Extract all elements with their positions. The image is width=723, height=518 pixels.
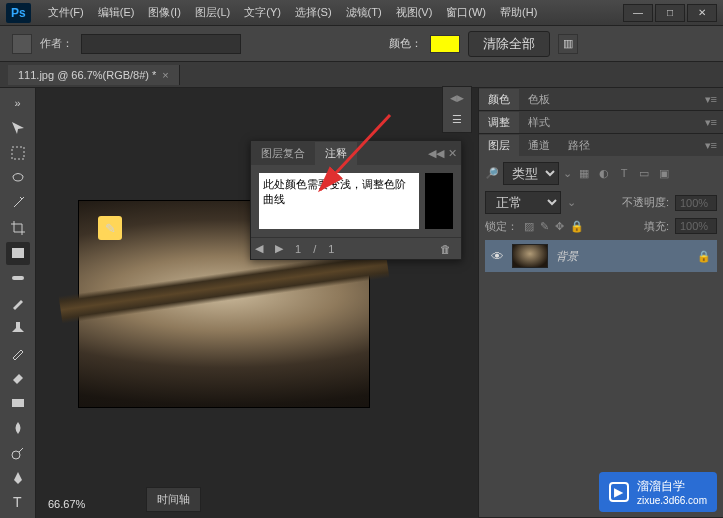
tab-notes[interactable]: 注释 — [315, 142, 357, 165]
tab-adjustments[interactable]: 调整 — [479, 112, 519, 133]
expand-icon[interactable]: » — [6, 92, 30, 115]
fill-value[interactable]: 100% — [675, 218, 717, 234]
marquee-tool[interactable] — [6, 142, 30, 165]
filter-kind-select[interactable]: 类型 — [503, 162, 559, 185]
panel-icon[interactable]: ☰ — [452, 113, 462, 126]
zoom-label[interactable]: 66.67% — [48, 498, 85, 510]
filter-text-icon[interactable]: T — [616, 167, 632, 180]
menu-window[interactable]: 窗口(W) — [439, 1, 493, 24]
pen-tool[interactable] — [6, 466, 30, 489]
adjustments-panel: 调整 样式 ▾≡ — [479, 111, 723, 134]
menu-image[interactable]: 图像(I) — [141, 1, 187, 24]
collapse-icon[interactable]: ◀◀ — [428, 147, 444, 160]
panel-menu-icon[interactable]: ▾≡ — [699, 93, 723, 106]
note-textarea[interactable]: 此处颜色需要变浅，调整色阶曲线 — [259, 173, 419, 229]
menu-file[interactable]: 文件(F) — [41, 1, 91, 24]
text-tool[interactable]: T — [6, 491, 30, 514]
layer-name[interactable]: 背景 — [556, 249, 689, 264]
tab-close-icon[interactable]: × — [162, 69, 168, 81]
gradient-tool[interactable] — [6, 391, 30, 414]
author-input[interactable] — [81, 34, 241, 54]
play-icon: ▶ — [609, 482, 629, 502]
minimize-button[interactable]: — — [623, 4, 653, 22]
close-icon[interactable]: ✕ — [448, 147, 457, 160]
history-brush-tool[interactable] — [6, 341, 30, 364]
svg-rect-3 — [12, 399, 24, 407]
timeline-tab[interactable]: 时间轴 — [146, 487, 201, 512]
tab-channels[interactable]: 通道 — [519, 135, 559, 156]
image-content — [59, 250, 390, 324]
right-panels: 颜色 色板 ▾≡ 调整 样式 ▾≡ 图层 通道 路径 ▾≡ 🔎 类型 — [478, 88, 723, 518]
notes-panel: 图层复合 注释 ◀◀ ✕ 此处颜色需要变浅，调整色阶曲线 ◀ ▶ 1 / 1 🗑 — [250, 140, 462, 260]
clear-all-button[interactable]: 清除全部 — [468, 31, 550, 57]
panel-menu-icon[interactable]: ▾≡ — [699, 139, 723, 152]
blur-tool[interactable] — [6, 416, 30, 439]
lock-position-icon[interactable]: ✥ — [555, 220, 564, 233]
tab-styles[interactable]: 样式 — [519, 112, 559, 133]
menu-select[interactable]: 选择(S) — [288, 1, 339, 24]
tab-layers[interactable]: 图层 — [479, 135, 519, 156]
tab-swatches[interactable]: 色板 — [519, 89, 559, 110]
prev-note-icon[interactable]: ◀ — [255, 242, 263, 255]
stamp-tool[interactable] — [6, 316, 30, 339]
window-controls: — □ ✕ — [623, 4, 717, 22]
move-tool[interactable] — [6, 117, 30, 140]
delete-note-icon[interactable]: 🗑 — [440, 243, 457, 255]
menu-type[interactable]: 文字(Y) — [237, 1, 288, 24]
menu-view[interactable]: 视图(V) — [389, 1, 440, 24]
layer-thumbnail[interactable] — [512, 244, 548, 268]
document-tab[interactable]: 111.jpg @ 66.7%(RGB/8#) * × — [8, 65, 180, 85]
maximize-button[interactable]: □ — [655, 4, 685, 22]
lock-indicator-icon: 🔒 — [697, 250, 711, 263]
color-swatch[interactable] — [430, 35, 460, 53]
layer-item[interactable]: 👁 背景 🔒 — [485, 240, 717, 272]
menu-filter[interactable]: 滤镜(T) — [339, 1, 389, 24]
filter-shape-icon[interactable]: ▭ — [636, 167, 652, 180]
tab-paths[interactable]: 路径 — [559, 135, 599, 156]
note-page-total: 1 — [328, 243, 334, 255]
menu-layer[interactable]: 图层(L) — [188, 1, 237, 24]
author-label: 作者： — [40, 36, 73, 51]
menu-help[interactable]: 帮助(H) — [493, 1, 544, 24]
note-marker-icon[interactable]: ✎ — [98, 216, 122, 240]
tab-color[interactable]: 颜色 — [479, 89, 519, 110]
lock-transparency-icon[interactable]: ▨ — [524, 220, 534, 233]
filter-smart-icon[interactable]: ▣ — [656, 167, 672, 180]
lasso-tool[interactable] — [6, 167, 30, 190]
eraser-tool[interactable] — [6, 366, 30, 389]
lock-pixels-icon[interactable]: ✎ — [540, 220, 549, 233]
menu-edit[interactable]: 编辑(E) — [91, 1, 142, 24]
visibility-icon[interactable]: 👁 — [491, 249, 504, 264]
next-note-icon[interactable]: ▶ — [275, 242, 283, 255]
toolbox: » T — [0, 88, 36, 518]
document-tabs: 111.jpg @ 66.7%(RGB/8#) * × — [0, 62, 723, 88]
color-label: 颜色： — [389, 36, 422, 51]
lock-all-icon[interactable]: 🔒 — [570, 220, 584, 233]
wand-tool[interactable] — [6, 192, 30, 215]
panel-toggle-icon[interactable]: ▥ — [558, 34, 578, 54]
search-icon[interactable]: 🔎 — [485, 167, 499, 180]
dodge-tool[interactable] — [6, 441, 30, 464]
options-bar: 作者： 颜色： 清除全部 ▥ — [0, 26, 723, 62]
svg-text:T: T — [13, 494, 22, 510]
heal-tool[interactable] — [6, 267, 30, 290]
note-tool[interactable] — [6, 242, 30, 265]
collapse-icon[interactable]: ◀▶ — [450, 93, 464, 103]
close-button[interactable]: ✕ — [687, 4, 717, 22]
dropdown-icon[interactable]: ⌄ — [563, 167, 572, 180]
opacity-value[interactable]: 100% — [675, 195, 717, 211]
svg-rect-0 — [12, 147, 24, 159]
brush-tool[interactable] — [6, 292, 30, 315]
document-tab-title: 111.jpg @ 66.7%(RGB/8#) * — [18, 69, 156, 81]
watermark-url: zixue.3d66.com — [637, 495, 707, 506]
filter-pixel-icon[interactable]: ▦ — [576, 167, 592, 180]
panel-menu-icon[interactable]: ▾≡ — [699, 116, 723, 129]
tab-layer-comps[interactable]: 图层复合 — [251, 142, 315, 165]
filter-adjust-icon[interactable]: ◐ — [596, 167, 612, 180]
crop-tool[interactable] — [6, 217, 30, 240]
layers-panel: 图层 通道 路径 ▾≡ 🔎 类型 ⌄ ▦ ◐ T ▭ ▣ — [479, 134, 723, 518]
note-tool-icon[interactable] — [12, 34, 32, 54]
note-preview — [425, 173, 453, 229]
svg-rect-2 — [12, 276, 24, 280]
blend-mode-select[interactable]: 正常 — [485, 191, 561, 214]
